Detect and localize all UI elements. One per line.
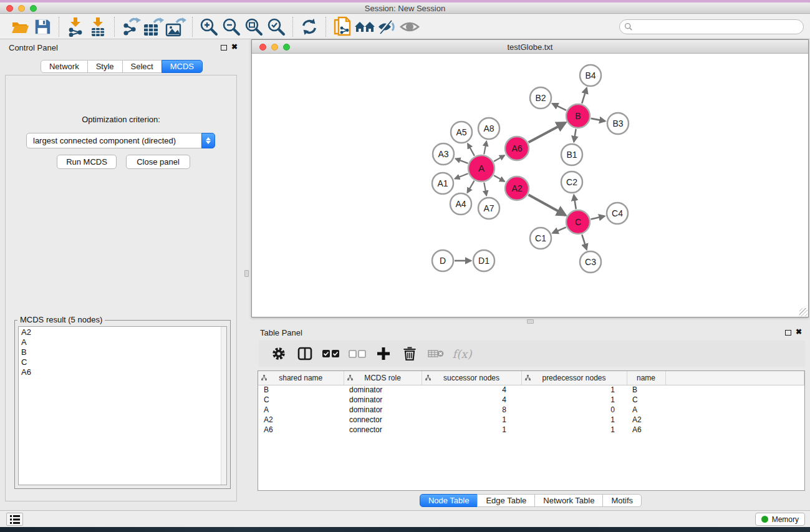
column-header-name[interactable]: name: [627, 371, 665, 385]
table-cell[interactable]: B: [258, 385, 344, 395]
graph-edge-C-C4[interactable]: [591, 216, 604, 220]
table-cell[interactable]: [665, 385, 804, 395]
search-input[interactable]: [619, 19, 804, 34]
save-session-button[interactable]: [31, 17, 54, 37]
criterion-dropdown[interactable]: largest connected component (directed): [26, 133, 215, 148]
close-panel-button[interactable]: Close panel: [126, 155, 190, 169]
graph-edge-C-C1[interactable]: [552, 227, 566, 233]
graph-node-C[interactable]: C: [566, 210, 590, 234]
show-graphics-button[interactable]: [398, 17, 421, 37]
table-cell[interactable]: 1: [422, 415, 521, 425]
graph-edge-A6-B[interactable]: [529, 123, 566, 142]
zoom-fit-button[interactable]: [243, 17, 265, 37]
control-panel-close-icon[interactable]: ✖: [231, 42, 238, 51]
column-header-predecessor-nodes[interactable]: predecessor nodes: [521, 371, 627, 385]
table-cell[interactable]: 4: [422, 395, 521, 405]
tab-style[interactable]: Style: [87, 60, 123, 73]
graph-edge-B-B2[interactable]: [552, 104, 566, 110]
table-cell[interactable]: [665, 415, 804, 425]
graph-edge-C-C3[interactable]: [582, 235, 586, 249]
table-cell[interactable]: [665, 405, 804, 415]
table-cell[interactable]: dominator: [344, 395, 422, 405]
graph-node-A8[interactable]: A8: [478, 118, 499, 139]
result-item[interactable]: B: [21, 347, 226, 357]
result-scrollbar[interactable]: [221, 327, 226, 485]
table-cell[interactable]: 1: [521, 415, 627, 425]
export-image-button[interactable]: [165, 17, 187, 37]
graph-node-D1[interactable]: D1: [473, 250, 494, 271]
tab-node-table[interactable]: Node Table: [420, 494, 478, 507]
graph-node-C4[interactable]: C4: [607, 203, 628, 224]
table-row[interactable]: Bdominator41B: [258, 385, 804, 395]
graph-node-B1[interactable]: B1: [561, 144, 582, 165]
open-file-button[interactable]: [9, 17, 31, 37]
graph-edge-A-A4[interactable]: [468, 181, 475, 193]
delete-column-button[interactable]: [401, 345, 418, 362]
table-cell[interactable]: A2: [627, 415, 665, 425]
table-cell[interactable]: 1: [422, 425, 521, 435]
graph-edge-B-B4[interactable]: [582, 88, 587, 104]
table-cell[interactable]: B: [627, 385, 665, 395]
refresh-button[interactable]: [298, 17, 321, 37]
table-cell[interactable]: [665, 395, 804, 405]
tab-edge-table[interactable]: Edge Table: [477, 494, 535, 507]
graph-node-B4[interactable]: B4: [580, 65, 601, 86]
tab-select[interactable]: Select: [122, 60, 162, 73]
zoom-out-button[interactable]: [220, 17, 243, 37]
table-row[interactable]: Cdominator41C: [258, 395, 804, 405]
result-item[interactable]: A: [21, 337, 226, 347]
export-table-button[interactable]: [142, 17, 165, 37]
table-settings-button[interactable]: [270, 345, 287, 362]
graph-edge-A-A5[interactable]: [468, 143, 475, 155]
graph-node-B3[interactable]: B3: [607, 113, 629, 134]
graph-node-C2[interactable]: C2: [561, 172, 582, 193]
graph-edge-A-A1[interactable]: [455, 173, 468, 178]
table-cell[interactable]: 8: [422, 405, 521, 415]
graph-node-A2[interactable]: A2: [505, 177, 529, 200]
vertical-splitter-grip[interactable]: [244, 270, 249, 277]
node-table[interactable]: shared nameMCDS rolesuccessor nodesprede…: [258, 371, 804, 435]
table-cell[interactable]: C: [627, 395, 665, 405]
graph-edge-A-A3[interactable]: [456, 158, 468, 163]
graph-edge-C-C2[interactable]: [574, 195, 576, 210]
control-panel-float-icon[interactable]: [221, 45, 227, 51]
duplicate-network-button[interactable]: [331, 17, 354, 37]
graph-node-B[interactable]: B: [566, 104, 590, 128]
table-cell[interactable]: 1: [521, 395, 627, 405]
graph-node-A3[interactable]: A3: [433, 143, 454, 165]
graph-edge-A-A6[interactable]: [494, 155, 504, 161]
table-row[interactable]: A6connector11A6: [258, 425, 804, 435]
result-item[interactable]: C: [21, 357, 226, 367]
graph-edge-A2-C[interactable]: [528, 195, 565, 215]
table-cell[interactable]: 0: [521, 405, 627, 415]
graph-node-C1[interactable]: C1: [530, 228, 551, 249]
graph-edge-A-A8[interactable]: [484, 142, 486, 155]
table-row[interactable]: A2connector11A2: [258, 415, 804, 425]
result-item[interactable]: A2: [21, 327, 226, 337]
column-header-MCDS-role[interactable]: MCDS role: [344, 371, 422, 385]
graph-node-D[interactable]: D: [432, 250, 453, 271]
tab-network[interactable]: Network: [41, 60, 88, 73]
table-row[interactable]: Adominator80A: [258, 405, 804, 415]
graph-node-A1[interactable]: A1: [432, 173, 453, 194]
graph-edge-B-B3[interactable]: [591, 118, 605, 121]
table-cell[interactable]: dominator: [344, 385, 422, 395]
zoom-in-button[interactable]: [198, 17, 220, 37]
result-item[interactable]: A6: [21, 367, 226, 377]
hide-panels-button[interactable]: [376, 17, 398, 37]
table-cell[interactable]: A: [258, 405, 344, 415]
import-network-button[interactable]: [64, 17, 87, 37]
import-table-button[interactable]: [87, 17, 109, 37]
table-cell[interactable]: [665, 425, 804, 435]
export-network-button[interactable]: [120, 17, 142, 37]
table-cell[interactable]: A6: [627, 425, 665, 435]
horizontal-splitter-grip[interactable]: [527, 319, 534, 324]
table-cell[interactable]: C: [258, 395, 344, 405]
column-header-shared-name[interactable]: shared name: [258, 371, 344, 385]
graph-edge-A-A7[interactable]: [484, 183, 486, 196]
graph-edge-B-B1[interactable]: [574, 129, 576, 142]
graph-node-A[interactable]: A: [468, 155, 494, 181]
graph-node-B2[interactable]: B2: [530, 87, 551, 109]
graph-node-A4[interactable]: A4: [450, 193, 471, 215]
run-mcds-button[interactable]: Run MCDS: [57, 155, 117, 169]
